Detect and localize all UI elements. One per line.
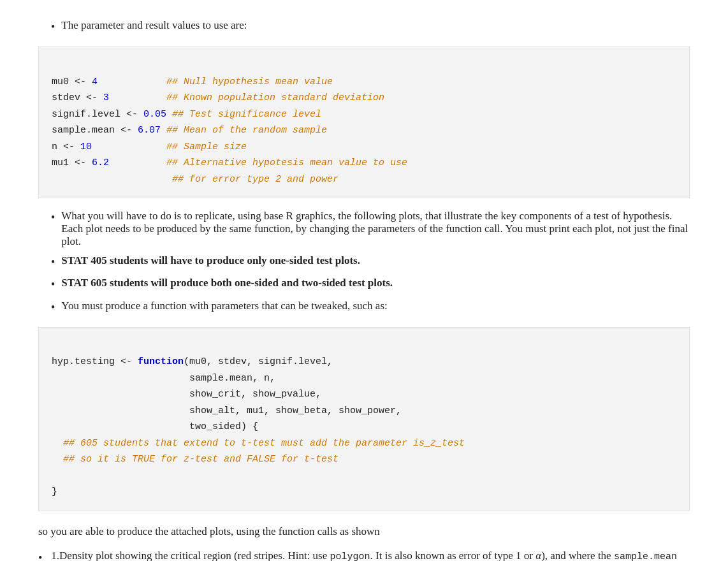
bullet-text-2: What you will have to do is to replicate… bbox=[61, 210, 690, 248]
polygon-code: polygon bbox=[330, 551, 370, 561]
func-args-3: show_crit, show_pvalue, bbox=[52, 389, 321, 400]
func-sig-args: (mu0, stdev, signif.level, bbox=[184, 356, 333, 367]
bullet-item-5: You must produce a function with paramet… bbox=[38, 300, 690, 316]
mu0-comment: ## Null hypothesis mean value bbox=[166, 76, 333, 87]
mu0-label: mu0 <- bbox=[52, 76, 92, 87]
nested-item-1-content: Density plot showing the critical region… bbox=[59, 550, 690, 561]
n-value: 10 bbox=[80, 142, 92, 152]
nested-item-text-after: ), and where the bbox=[541, 550, 614, 561]
signif-label: signif.level <- bbox=[52, 109, 143, 120]
signif-comment: ## Test significance level bbox=[172, 109, 321, 120]
intro-bullet-text: The parameter and result values to use a… bbox=[61, 19, 247, 32]
bullet-item-2: What you will have to do is to replicate… bbox=[38, 210, 690, 248]
func-args-4: show_alt, mu1, show_beta, show_power, bbox=[52, 405, 402, 416]
stdev-label: stdev <- bbox=[52, 92, 103, 103]
nested-item-text-before: Density plot showing the critical region… bbox=[59, 550, 330, 561]
mu1-comment2: ## for error type 2 and power bbox=[172, 174, 339, 185]
outer-bullet-density: • 1. Density plot showing the critical r… bbox=[38, 550, 690, 561]
bullet-text-3: STAT 405 students will have to produce o… bbox=[61, 254, 360, 267]
bullet-item-3: STAT 405 students will have to produce o… bbox=[38, 254, 690, 270]
outer-bullet-dot: • bbox=[38, 550, 42, 561]
func-closing: } bbox=[52, 486, 57, 497]
code-block-function: hyp.testing <- function(mu0, stdev, sign… bbox=[38, 327, 690, 511]
n-label: n <- bbox=[52, 142, 80, 152]
sample-mean-value: 6.07 bbox=[138, 125, 161, 136]
mu1-comment: ## Alternative hypotesis mean value to u… bbox=[166, 157, 407, 168]
mu1-label: mu1 <- bbox=[52, 157, 92, 168]
mu0-value: 4 bbox=[92, 76, 98, 87]
nested-item-1-num: 1. bbox=[51, 550, 59, 561]
func-comment-2: ## so it is TRUE for z-test and FALSE fo… bbox=[63, 454, 339, 465]
stdev-value: 3 bbox=[103, 92, 109, 103]
func-args-2: sample.mean, n, bbox=[52, 373, 275, 384]
mu1-value: 6.2 bbox=[92, 157, 109, 168]
nested-item-1: 1. Density plot showing the critical reg… bbox=[51, 550, 690, 561]
function-keyword: function bbox=[138, 356, 184, 367]
nested-list-container: 1. Density plot showing the critical reg… bbox=[51, 550, 690, 561]
sample-mean-label: sample.mean <- bbox=[52, 125, 138, 136]
func-sig-label: hyp.testing <- bbox=[52, 356, 138, 367]
bottom-paragraph: so you are able to produce the attached … bbox=[38, 523, 690, 541]
intro-bullet-item: The parameter and result values to use a… bbox=[38, 19, 690, 35]
bullet-text-5: You must produce a function with paramet… bbox=[61, 300, 387, 312]
bullet-text-4: STAT 605 students will produce both one-… bbox=[61, 277, 393, 289]
n-comment: ## Sample size bbox=[166, 142, 247, 152]
stdev-comment: ## Known population standard deviation bbox=[166, 92, 384, 103]
nested-item-text-mid: . It is also known as error of type 1 or bbox=[370, 550, 536, 561]
signif-value: 0.05 bbox=[143, 109, 166, 120]
alpha-symbol: α bbox=[535, 550, 541, 561]
sample-mean-code: sample.mean bbox=[614, 551, 677, 561]
sample-mean-comment: ## Mean of the random sample bbox=[166, 125, 327, 136]
main-bullet-list: What you will have to do is to replicate… bbox=[38, 210, 690, 316]
func-args-5: two_sided) { bbox=[52, 421, 258, 432]
func-comment-1: ## 605 students that extend to t-test mu… bbox=[63, 438, 465, 449]
intro-bullet-list: The parameter and result values to use a… bbox=[38, 19, 690, 35]
bullet-item-4: STAT 605 students will produce both one-… bbox=[38, 277, 690, 293]
bottom-para-text: so you are able to produce the attached … bbox=[38, 525, 380, 537]
code-block-parameters: mu0 <- 4 ## Null hypothesis mean value s… bbox=[38, 47, 690, 198]
